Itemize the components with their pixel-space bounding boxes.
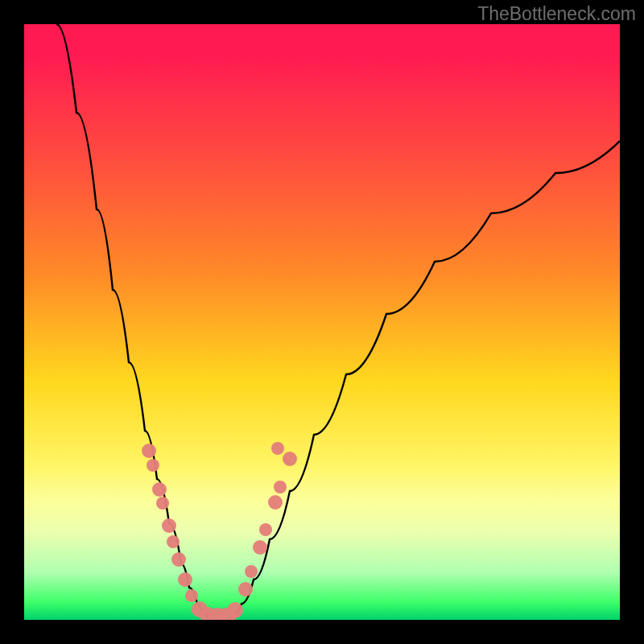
data-point (271, 442, 284, 455)
data-point (227, 602, 243, 618)
data-point (274, 481, 287, 493)
data-point (268, 495, 283, 510)
data-point (259, 523, 272, 536)
data-point (152, 482, 167, 497)
data-markers (142, 442, 297, 620)
data-point (162, 518, 176, 533)
chart-frame: TheBottleneck.com (0, 0, 644, 644)
data-point (238, 582, 253, 597)
plot-area (24, 24, 620, 620)
watermark-text: TheBottleneck.com (477, 3, 636, 25)
data-point (167, 535, 180, 548)
data-point (171, 552, 186, 567)
curves-svg (24, 24, 620, 620)
data-point (178, 572, 192, 587)
data-point (283, 452, 297, 466)
data-point (147, 459, 159, 472)
data-point (156, 497, 169, 510)
left-curve (56, 24, 209, 618)
data-point (185, 589, 198, 602)
right-curve (229, 141, 620, 618)
data-point (253, 540, 267, 555)
data-point (142, 444, 156, 458)
data-point (245, 565, 258, 578)
